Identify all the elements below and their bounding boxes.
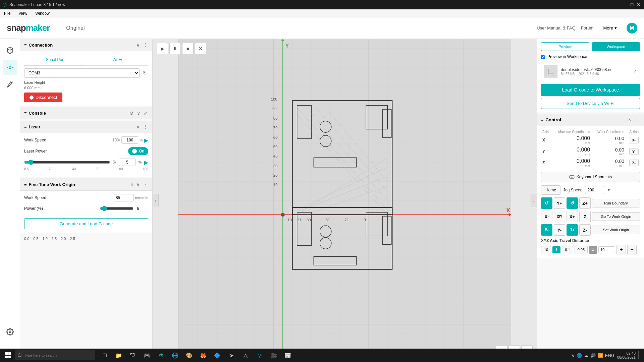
z-btn[interactable]: Z — [579, 211, 591, 222]
z-minus-button[interactable]: Z- — [629, 160, 639, 166]
tray-cloud-icon[interactable]: ☁ — [584, 353, 588, 358]
rotate-ccw-btn[interactable]: ↺ — [541, 197, 552, 209]
taskbar-edge-btn[interactable]: 🔷 — [211, 349, 224, 362]
serial-port-tab[interactable]: Serial Port — [24, 55, 86, 65]
rotate-cw-btn[interactable]: ↺ — [567, 197, 578, 209]
start-button[interactable] — [1, 349, 15, 362]
x-minus-dir-btn[interactable]: X- — [541, 211, 552, 222]
preview-btn-2[interactable]: Workspace — [592, 42, 640, 51]
set-work-origin-button[interactable]: Set Work Origin — [592, 226, 640, 234]
laser-header[interactable]: ≡ Laser ∧ ⋮ — [20, 121, 152, 133]
control-header[interactable]: ≡ Control ∧ ⋮ — [537, 114, 644, 126]
minimize-button[interactable]: − — [623, 2, 628, 7]
fine-tune-header[interactable]: ≡ Fine Tune Work Origin ℹ ∧ ⋮ — [20, 178, 152, 191]
fine-tune-more-btn[interactable]: ⋮ — [142, 181, 148, 188]
generate-gcode-button[interactable]: Generate and Load G-code — [24, 218, 148, 229]
work-speed-input[interactable] — [121, 136, 138, 144]
taskbar-steam-btn[interactable]: 🎮 — [140, 349, 154, 362]
taskbar-chrome-btn[interactable]: 🌐 — [168, 349, 182, 362]
close-button[interactable]: ✕ — [636, 2, 641, 7]
tray-volume-icon[interactable]: 🔊 — [590, 353, 596, 358]
play-button[interactable]: ▶ — [157, 43, 168, 54]
go-to-work-origin-button[interactable]: Go To Work Origin — [592, 212, 640, 221]
tray-arrow-icon[interactable]: ∧ — [571, 353, 575, 358]
ft-power-input[interactable] — [135, 205, 148, 212]
connection-collapse-btn[interactable]: ∧ — [136, 42, 140, 48]
dist-1-btn[interactable]: 1 — [552, 246, 560, 253]
user-badge[interactable]: M — [627, 23, 637, 34]
control-more-btn[interactable]: ⋮ — [634, 116, 640, 123]
dist-10-btn[interactable]: 10 — [541, 246, 551, 253]
laser-power-toggle[interactable]: On — [128, 147, 148, 155]
taskbar-shield-btn[interactable]: 🛡 — [126, 349, 140, 362]
pause-button[interactable]: ⏸ — [169, 43, 181, 54]
dist-minus-btn[interactable]: − — [627, 245, 637, 254]
more-button[interactable]: More ▾ — [599, 24, 621, 32]
x-plus-btn[interactable]: X+ — [567, 211, 578, 222]
home-button[interactable]: Home — [541, 185, 560, 195]
connection-more-btn[interactable]: ⋮ — [142, 42, 148, 48]
ft-power-slider[interactable] — [100, 206, 133, 211]
taskbar-zoom-btn[interactable]: 🎥 — [267, 349, 280, 362]
keyboard-shortcuts-button[interactable]: Keyboard Shortcuts — [541, 172, 640, 182]
window-controls[interactable]: − □ ✕ — [623, 2, 641, 7]
laser-power-input[interactable] — [119, 159, 136, 166]
fine-tune-collapse-btn[interactable]: ∧ — [136, 181, 140, 188]
tray-wifi-icon[interactable]: 📶 — [598, 353, 603, 358]
com-select[interactable]: COM3 — [24, 68, 140, 78]
ft-work-speed-input[interactable] — [114, 194, 134, 201]
control-collapse-btn[interactable]: ∧ — [627, 116, 632, 123]
laser-more-btn[interactable]: ⋮ — [142, 123, 148, 130]
stop-button[interactable]: ■ — [182, 43, 194, 54]
console-clear-btn[interactable]: ⊘ — [129, 110, 134, 116]
menu-file[interactable]: File — [3, 10, 12, 16]
taskbar-news-btn[interactable]: 📰 — [281, 349, 294, 362]
show-desktop-btn[interactable] — [638, 351, 640, 359]
laser-power-slider[interactable] — [24, 160, 110, 165]
console-down-btn[interactable]: ∨ — [136, 110, 141, 116]
menu-window[interactable]: Window — [34, 10, 51, 16]
maximize-button[interactable]: □ — [629, 2, 635, 7]
z-minus-btn[interactable]: Z- — [579, 224, 591, 236]
work-speed-arrow[interactable]: ▶ — [144, 137, 148, 143]
laser-collapse-btn[interactable]: ∧ — [136, 123, 140, 130]
taskbar-task-view-btn[interactable]: ❑ — [98, 349, 111, 362]
jog-speed-dropdown[interactable]: ▾ — [608, 188, 610, 192]
taskbar-file-explorer-btn[interactable]: 📁 — [112, 349, 125, 362]
taskbar-triangle-btn[interactable]: △ — [239, 349, 252, 362]
dist-plus-btn[interactable]: + — [616, 245, 626, 254]
system-clock[interactable]: 09:48 08/06/2021 — [617, 351, 636, 359]
disconnect-button[interactable]: Disconnect — [24, 93, 62, 102]
run-boundary-button[interactable]: Run Boundary — [592, 199, 640, 207]
rotate-ccw2-btn[interactable]: ↻ — [567, 224, 578, 236]
cnc-icon-btn[interactable] — [3, 78, 17, 93]
taskbar-paint-btn[interactable]: 🎨 — [182, 349, 196, 362]
console-expand-btn[interactable]: ⤢ — [143, 110, 148, 116]
dist-005-btn[interactable]: 0.05 — [575, 246, 588, 253]
preview-checkbox[interactable] — [541, 55, 545, 59]
rotate-cw2-btn[interactable]: ↻ — [541, 224, 552, 236]
console-header[interactable]: ≡ Console ⊘ ∨ ⤢ — [20, 107, 152, 119]
taskbar-arrow-btn[interactable]: ➤ — [225, 349, 238, 362]
laser-power-arrow[interactable]: ▶ — [144, 159, 148, 166]
forum-link[interactable]: Forum — [581, 25, 594, 31]
fine-tune-info-btn[interactable]: ℹ — [130, 181, 133, 188]
y-plus-btn[interactable]: Y+ — [554, 197, 565, 209]
brightness-btn[interactable] — [589, 246, 597, 254]
taskbar-arduino-btn[interactable]: ◎ — [253, 349, 266, 362]
preview-btn-1[interactable]: Preview — [541, 42, 589, 51]
laser-icon-btn[interactable] — [3, 60, 17, 75]
y-minus-btn[interactable]: Y- — [554, 224, 565, 236]
3d-icon-btn[interactable] — [3, 43, 17, 58]
refresh-btn[interactable]: ↻ — [142, 69, 148, 77]
canvas-collapse-right-btn[interactable]: › — [531, 194, 537, 207]
tray-lang-icon[interactable]: ENG — [605, 353, 614, 358]
z-plus-btn[interactable]: Z+ — [579, 197, 591, 209]
xy-btn[interactable]: X/Y — [554, 211, 565, 222]
settings-icon-btn[interactable] — [3, 324, 17, 339]
taskbar-fox-btn[interactable]: 🦊 — [197, 349, 210, 362]
wifi-tab[interactable]: Wi-Fi — [86, 55, 148, 65]
x-minus-button[interactable]: X- — [629, 137, 639, 143]
canvas-collapse-left-btn[interactable]: ‹ — [153, 194, 159, 207]
dist-01-btn[interactable]: 0.1 — [562, 246, 573, 253]
